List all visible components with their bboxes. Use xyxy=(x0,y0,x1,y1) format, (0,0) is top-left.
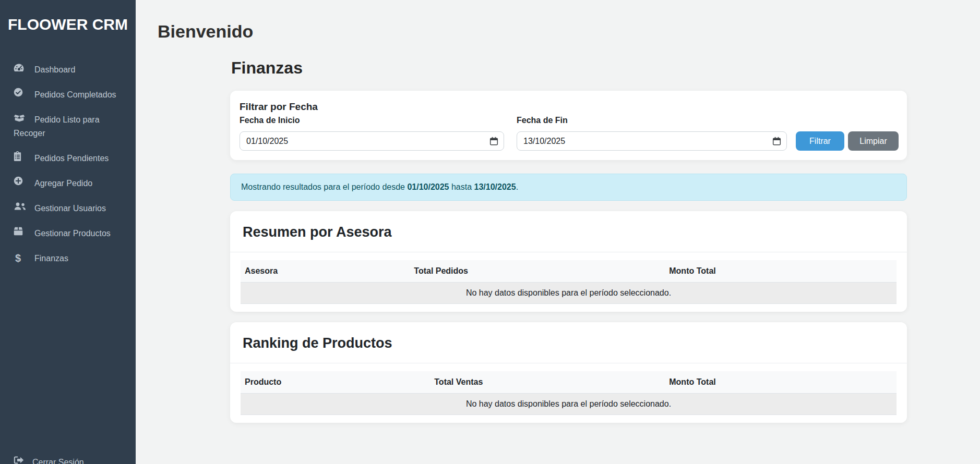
dollar-sign-icon: $ xyxy=(14,251,34,265)
alert-text: hasta xyxy=(451,182,472,191)
ranking-card: Ranking de Productos Producto Total Vent… xyxy=(230,322,907,423)
box-open-icon xyxy=(14,113,34,126)
end-date-label: Fecha de Fin xyxy=(517,116,787,125)
sidebar-item-label: Finanzas xyxy=(34,254,68,263)
sidebar: FLOOWER CRM Dashboard Pedidos Completado… xyxy=(0,0,136,464)
app-root: FLOOWER CRM Dashboard Pedidos Completado… xyxy=(0,0,980,464)
box-icon xyxy=(14,226,34,240)
filter-card: Filtrar por Fecha Fecha de Inicio Fecha … xyxy=(230,91,907,160)
start-date-label: Fecha de Inicio xyxy=(240,116,504,125)
column-header: Monto Total xyxy=(665,260,897,283)
filter-buttons: Filtrar Limpiar xyxy=(796,131,899,151)
brand-title: FLOOWER CRM xyxy=(0,0,136,33)
plus-circle-icon xyxy=(14,176,34,190)
ranking-table: Producto Total Ventas Monto Total No hay… xyxy=(241,371,897,415)
sidebar-item-dashboard[interactable]: Dashboard xyxy=(14,63,127,77)
filtrar-button[interactable]: Filtrar xyxy=(796,131,844,151)
table-header-row: Asesora Total Pedidos Monto Total xyxy=(241,260,897,283)
gauge-icon xyxy=(14,63,34,76)
calendar-icon[interactable] xyxy=(772,137,781,145)
sidebar-item-label: Agregar Pedido xyxy=(34,179,92,188)
sidebar-item-pedidos-completados[interactable]: Pedidos Completados xyxy=(14,88,127,102)
table-row: No hay datos disponibles para el período… xyxy=(241,283,897,304)
main-content: Bienvenido Finanzas Filtrar por Fecha Fe… xyxy=(136,0,980,464)
page-container: Finanzas Filtrar por Fecha Fecha de Inic… xyxy=(230,58,907,423)
sidebar-item-gestionar-usuarios[interactable]: Gestionar Usuarios xyxy=(14,202,127,215)
calendar-icon[interactable] xyxy=(489,137,498,145)
filter-title: Filtrar por Fecha xyxy=(240,101,899,113)
clipboard-list-icon xyxy=(14,151,34,165)
sidebar-item-label: Gestionar Productos xyxy=(34,229,111,238)
sidebar-item-pedido-listo[interactable]: Pedido Listo para Recoger xyxy=(14,113,127,140)
start-date-input[interactable] xyxy=(240,131,504,151)
sidebar-item-pedidos-pendientes[interactable]: Pedidos Pendientes xyxy=(14,152,127,165)
table-row: No hay datos disponibles para el período… xyxy=(241,394,897,415)
table-header-row: Producto Total Ventas Monto Total xyxy=(241,371,897,394)
start-date-wrap xyxy=(240,131,504,151)
end-date-input[interactable] xyxy=(517,131,787,151)
column-header: Monto Total xyxy=(665,371,897,394)
sidebar-item-label: Pedidos Pendientes xyxy=(34,154,109,163)
sidebar-item-finanzas[interactable]: $Finanzas xyxy=(14,252,127,265)
users-icon xyxy=(14,201,34,215)
end-date-field: Fecha de Fin xyxy=(517,116,787,151)
column-header: Total Ventas xyxy=(430,371,665,394)
alert-text: . xyxy=(516,182,518,191)
sidebar-item-label: Dashboard xyxy=(34,65,75,74)
sidebar-item-label: Gestionar Usuarios xyxy=(34,204,106,213)
resumen-table: Asesora Total Pedidos Monto Total No hay… xyxy=(241,260,897,304)
ranking-header: Ranking de Productos xyxy=(230,322,907,363)
ranking-title: Ranking de Productos xyxy=(243,335,894,352)
ranking-table-wrap: Producto Total Ventas Monto Total No hay… xyxy=(230,363,907,423)
sidebar-item-gestionar-productos[interactable]: Gestionar Productos xyxy=(14,227,127,240)
empty-message: No hay datos disponibles para el período… xyxy=(241,394,897,415)
welcome-title: Bienvenido xyxy=(158,21,980,42)
alert-text: Mostrando resultados para el período des… xyxy=(241,182,405,191)
limpiar-button[interactable]: Limpiar xyxy=(848,131,899,151)
sidebar-item-label: Pedidos Completados xyxy=(34,90,116,99)
resumen-card: Resumen por Asesora Asesora Total Pedido… xyxy=(230,211,907,312)
sidebar-item-logout[interactable]: Cerrar Sesión xyxy=(14,456,84,464)
logout-label: Cerrar Sesión xyxy=(32,458,84,464)
resumen-header: Resumen por Asesora xyxy=(230,211,907,252)
alert-end-date: 13/10/2025 xyxy=(474,182,516,191)
alert-start-date: 01/10/2025 xyxy=(407,182,449,191)
sign-out-icon xyxy=(14,455,32,464)
empty-message: No hay datos disponibles para el período… xyxy=(241,283,897,304)
filter-row: Fecha de Inicio Fecha de Fin xyxy=(240,116,899,151)
start-date-field: Fecha de Inicio xyxy=(240,116,504,151)
resumen-table-wrap: Asesora Total Pedidos Monto Total No hay… xyxy=(230,252,907,312)
column-header: Asesora xyxy=(241,260,410,283)
resumen-title: Resumen por Asesora xyxy=(243,224,894,241)
check-circle-icon xyxy=(14,88,34,101)
end-date-wrap xyxy=(517,131,787,151)
sidebar-nav: Dashboard Pedidos Completados Pedido Lis… xyxy=(0,63,136,265)
date-range-alert: Mostrando resultados para el período des… xyxy=(230,174,907,201)
page-title: Finanzas xyxy=(231,58,907,78)
column-header: Producto xyxy=(241,371,430,394)
column-header: Total Pedidos xyxy=(410,260,665,283)
sidebar-item-agregar-pedido[interactable]: Agregar Pedido xyxy=(14,177,127,190)
